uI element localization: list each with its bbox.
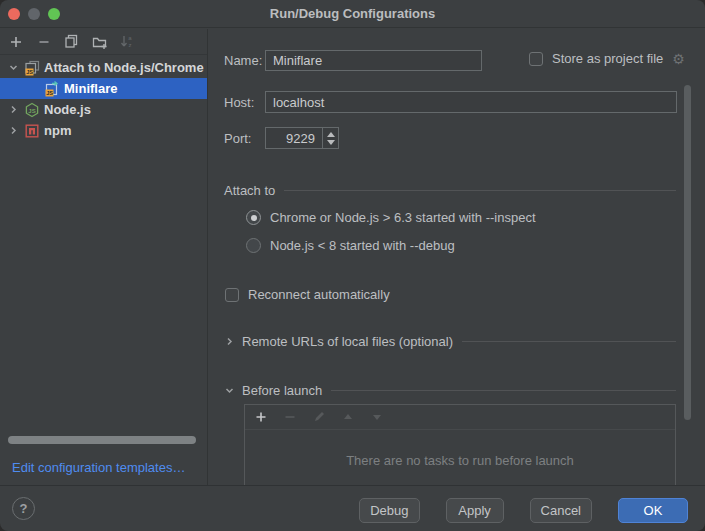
separator-line	[462, 341, 676, 342]
move-down-icon	[370, 410, 384, 424]
radio-selected[interactable]	[246, 210, 261, 225]
attach-to-title: Attach to	[224, 183, 275, 198]
main-vertical-scrollbar[interactable]	[684, 85, 691, 420]
store-as-project-file-row[interactable]: Store as project file ⚙	[529, 51, 685, 66]
chevron-right-icon[interactable]	[6, 125, 20, 136]
tree-item-label: Attach to Node.js/Chrome	[44, 60, 204, 75]
attach-option-debug[interactable]: Node.js < 8 started with --debug	[246, 238, 455, 253]
radio-label: Node.js < 8 started with --debug	[270, 238, 455, 253]
chevron-down-icon[interactable]	[224, 385, 235, 396]
chevron-down-icon[interactable]	[6, 62, 20, 73]
reconnect-automatically-checkbox[interactable]	[225, 288, 239, 302]
question-mark-icon: ?	[20, 501, 28, 516]
before-launch-toolbar	[245, 405, 675, 430]
edit-configuration-templates-link[interactable]: Edit configuration templates…	[12, 460, 185, 475]
separator-line	[331, 390, 676, 391]
attach-nodejs-chrome-icon: JS	[23, 60, 40, 76]
tree-item-label: Node.js	[44, 102, 91, 117]
svg-text:a: a	[128, 35, 132, 41]
add-icon[interactable]	[7, 33, 24, 50]
chevron-right-icon[interactable]	[224, 336, 235, 347]
npm-icon	[23, 123, 40, 139]
tree-item-npm[interactable]: npm	[0, 120, 207, 141]
tree-item-label: npm	[44, 123, 71, 138]
separator-line	[284, 190, 676, 191]
gear-icon[interactable]: ⚙	[672, 52, 685, 66]
reconnect-automatically-row[interactable]: Reconnect automatically	[225, 287, 390, 302]
port-stepper[interactable]	[322, 128, 338, 148]
store-as-project-file-label: Store as project file	[552, 51, 663, 66]
debug-button[interactable]: Debug	[359, 498, 419, 523]
svg-text:JS: JS	[26, 69, 33, 75]
sidebar-toolbar: az	[0, 29, 207, 55]
remote-urls-section-header[interactable]: Remote URLs of local files (optional)	[224, 334, 676, 349]
configurations-tree: JS Attach to Node.js/Chrome JS Miniflare…	[0, 55, 207, 141]
port-label: Port:	[224, 131, 251, 146]
tree-item-miniflare[interactable]: JS Miniflare	[0, 78, 207, 99]
add-icon[interactable]	[254, 410, 268, 424]
footer-buttons: Debug Apply Cancel OK	[359, 498, 688, 523]
move-up-icon	[341, 410, 355, 424]
dialog-footer: ? Debug Apply Cancel OK	[0, 485, 705, 531]
attach-option-inspect[interactable]: Chrome or Node.js > 6.3 started with --i…	[246, 210, 536, 225]
titlebar: Run/Debug Configurations	[0, 0, 705, 28]
remote-urls-title: Remote URLs of local files (optional)	[242, 334, 453, 349]
store-as-project-file-checkbox[interactable]	[529, 52, 543, 66]
edit-icon	[312, 410, 326, 424]
new-folder-icon[interactable]	[91, 33, 108, 50]
spinner-down-icon[interactable]	[327, 140, 335, 145]
host-input[interactable]	[265, 91, 677, 113]
before-launch-empty-text: There are no tasks to run before launch	[245, 453, 675, 468]
run-debug-configurations-dialog: Run/Debug Configurations az	[0, 0, 705, 531]
host-label: Host:	[224, 95, 254, 110]
nodejs-icon: JS	[23, 102, 40, 118]
before-launch-section-header[interactable]: Before launch	[224, 383, 676, 398]
svg-text:JS: JS	[28, 107, 35, 113]
before-launch-title: Before launch	[242, 383, 322, 398]
before-launch-task-list: There are no tasks to run before launch	[244, 404, 676, 486]
remove-icon[interactable]	[35, 33, 52, 50]
help-button[interactable]: ?	[12, 497, 35, 520]
cancel-button[interactable]: Cancel	[530, 498, 592, 523]
port-field	[265, 127, 339, 149]
attach-run-config-icon: JS	[43, 81, 60, 97]
attach-to-section-header: Attach to	[224, 183, 676, 198]
radio-label: Chrome or Node.js > 6.3 started with --i…	[270, 210, 536, 225]
minimize-window-button	[28, 8, 40, 20]
name-input[interactable]	[265, 50, 482, 71]
tree-item-nodejs[interactable]: JS Node.js	[0, 99, 207, 120]
port-input[interactable]	[266, 128, 322, 148]
sort-alphabetically-icon: az	[119, 33, 136, 50]
reconnect-automatically-label: Reconnect automatically	[248, 287, 390, 302]
apply-button[interactable]: Apply	[446, 498, 504, 523]
sidebar-horizontal-scrollbar[interactable]	[8, 436, 196, 444]
spinner-up-icon[interactable]	[327, 132, 335, 137]
zoom-window-button[interactable]	[48, 8, 60, 20]
copy-icon[interactable]	[63, 33, 80, 50]
close-window-button[interactable]	[8, 8, 20, 20]
tree-item-attach-to-nodejs-chrome[interactable]: JS Attach to Node.js/Chrome	[0, 57, 207, 78]
dialog-title: Run/Debug Configurations	[270, 6, 435, 21]
tree-item-label: Miniflare	[64, 81, 117, 96]
svg-text:z: z	[129, 42, 132, 48]
name-label: Name:	[224, 53, 262, 68]
ok-button[interactable]: OK	[618, 498, 688, 523]
configurations-sidebar: az JS Attach to Node.js/Chrome JS Minifl…	[0, 29, 208, 485]
svg-text:JS: JS	[46, 90, 53, 96]
radio-unselected[interactable]	[246, 238, 261, 253]
remove-icon	[283, 410, 297, 424]
chevron-right-icon[interactable]	[6, 104, 20, 115]
